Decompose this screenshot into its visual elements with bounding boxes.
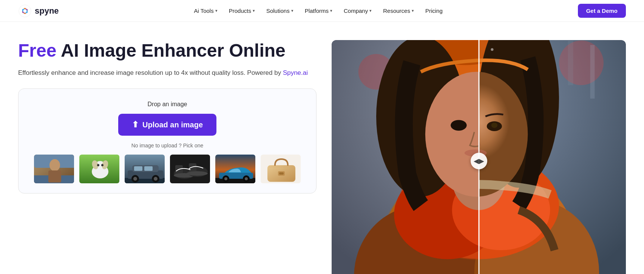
- logo-text: spyne: [35, 6, 59, 16]
- chevron-down-icon: ▾: [369, 8, 372, 13]
- nav-item-pricing[interactable]: Pricing: [421, 5, 447, 17]
- drop-label: Drop an image: [148, 101, 187, 108]
- nav-label: Resources: [383, 8, 410, 14]
- svg-rect-48: [269, 167, 294, 167]
- sample-image-bag[interactable]: [260, 154, 301, 184]
- svg-point-7: [23, 9, 27, 12]
- sample-img-svg: [170, 155, 211, 184]
- sample-img-svg: [79, 155, 120, 184]
- comparison-container: ◀▶: [332, 40, 626, 274]
- sample-image-shoes[interactable]: [169, 154, 211, 184]
- hero-subtitle-text: Effortlessly enhance and increase image …: [18, 69, 281, 76]
- pick-label: No image to upload ? Pick one: [131, 142, 204, 149]
- svg-point-76: [491, 48, 493, 51]
- svg-point-19: [101, 164, 103, 166]
- svg-point-43: [245, 177, 248, 180]
- svg-point-18: [97, 164, 99, 166]
- svg-point-51: [559, 40, 604, 85]
- svg-point-36: [187, 171, 208, 176]
- sample-img-svg: [215, 155, 256, 184]
- chevron-down-icon: ▾: [215, 8, 218, 13]
- sample-image-dog[interactable]: [79, 154, 120, 184]
- svg-point-29: [154, 177, 158, 181]
- upload-button-label: Upload an image: [142, 121, 203, 129]
- nav-item-ai-tools[interactable]: Ai Tools ▾: [189, 5, 222, 17]
- chevron-down-icon: ▾: [412, 8, 414, 13]
- sample-image-suv[interactable]: [124, 154, 165, 184]
- sample-img-svg: [125, 155, 165, 184]
- nav-label: Products: [229, 8, 251, 14]
- nav-item-company[interactable]: Company ▾: [339, 5, 376, 17]
- chevron-down-icon: ▾: [330, 8, 332, 13]
- before-image: [332, 40, 479, 274]
- chevron-down-icon: ▾: [253, 8, 255, 13]
- svg-rect-54: [568, 40, 573, 85]
- image-comparison[interactable]: ◀▶: [332, 40, 626, 274]
- sample-images-row: [33, 154, 301, 184]
- comparison-handle[interactable]: ◀▶: [471, 153, 487, 169]
- main-content: Free AI Image Enhancer Online Effortless…: [0, 22, 644, 274]
- svg-rect-12: [48, 170, 61, 183]
- hero-subtitle: Effortlessly enhance and increase image …: [18, 68, 317, 78]
- nav-label: Ai Tools: [194, 8, 213, 14]
- nav-item-products[interactable]: Products ▾: [224, 5, 259, 17]
- chevron-down-icon: ▾: [291, 8, 293, 13]
- nav-label: Solutions: [266, 8, 290, 14]
- sample-image-man[interactable]: [33, 154, 75, 184]
- nav-label: Company: [344, 8, 368, 14]
- spyne-link[interactable]: Spyne.ai: [283, 69, 308, 76]
- svg-rect-24: [134, 166, 142, 171]
- sample-img-svg: [34, 155, 75, 184]
- svg-point-11: [49, 159, 60, 171]
- hero-title: Free AI Image Enhancer Online: [18, 40, 317, 61]
- svg-point-42: [224, 177, 227, 180]
- svg-rect-25: [144, 166, 153, 171]
- get-demo-button[interactable]: Get a Demo: [578, 4, 626, 18]
- svg-rect-47: [279, 172, 284, 175]
- upload-button[interactable]: ⬆ Upload an image: [118, 114, 216, 136]
- svg-point-28: [133, 177, 137, 181]
- upload-area: Drop an image ⬆ Upload an image No image…: [18, 88, 317, 194]
- nav-item-solutions[interactable]: Solutions ▾: [262, 5, 298, 17]
- hero-title-highlight: Free: [18, 40, 56, 60]
- left-panel: Free AI Image Enhancer Online Effortless…: [18, 40, 317, 194]
- nav-label: Platforms: [305, 8, 329, 14]
- hero-title-rest: AI Image Enhancer Online: [56, 40, 285, 60]
- spyne-logo-icon: [18, 4, 32, 18]
- nav-label: Pricing: [425, 8, 443, 14]
- upload-icon: ⬆: [132, 120, 139, 130]
- svg-point-71: [491, 122, 498, 128]
- logo[interactable]: spyne: [18, 4, 59, 18]
- svg-rect-53: [590, 45, 595, 99]
- navbar: spyne Ai Tools ▾ Products ▾ Solutions ▾ …: [0, 0, 644, 22]
- arrows-icon: ◀▶: [474, 157, 484, 165]
- nav-item-platforms[interactable]: Platforms ▾: [300, 5, 337, 17]
- nav-item-resources[interactable]: Resources ▾: [378, 5, 419, 17]
- svg-rect-38: [215, 178, 256, 184]
- nav-links: Ai Tools ▾ Products ▾ Solutions ▾ Platfo…: [189, 5, 447, 17]
- sample-image-sports-car[interactable]: [215, 154, 256, 184]
- sample-img-svg: [261, 155, 301, 184]
- svg-point-94: [451, 120, 466, 130]
